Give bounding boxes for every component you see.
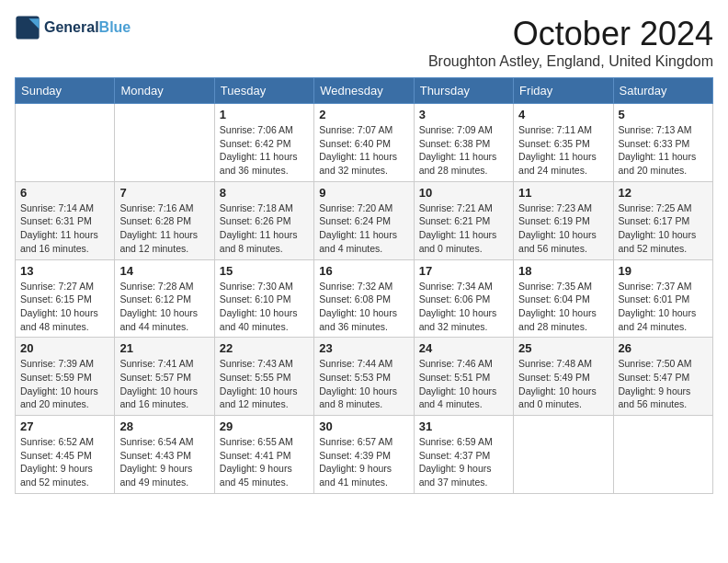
day-info: Sunrise: 7:44 AM Sunset: 5:53 PM Dayligh… (319, 357, 408, 411)
week-row-5: 27Sunrise: 6:52 AM Sunset: 4:45 PM Dayli… (16, 416, 713, 494)
day-info: Sunrise: 7:20 AM Sunset: 6:24 PM Dayligh… (319, 201, 408, 256)
day-number: 4 (518, 108, 608, 121)
cell-w3-d5: 17Sunrise: 7:34 AM Sunset: 6:06 PM Dayli… (414, 259, 513, 338)
calendar-table: SundayMondayTuesdayWednesdayThursdayFrid… (15, 77, 713, 494)
cell-w1-d6: 4Sunrise: 7:11 AM Sunset: 6:35 PM Daylig… (514, 104, 613, 182)
day-info: Sunrise: 7:11 AM Sunset: 6:35 PM Dayligh… (518, 123, 608, 178)
cell-w1-d3: 1Sunrise: 7:06 AM Sunset: 6:42 PM Daylig… (214, 104, 313, 182)
header-row: SundayMondayTuesdayWednesdayThursdayFrid… (16, 78, 713, 104)
day-number: 15 (220, 264, 309, 278)
day-info: Sunrise: 7:21 AM Sunset: 6:21 PM Dayligh… (419, 201, 508, 256)
cell-w4-d6: 25Sunrise: 7:48 AM Sunset: 5:49 PM Dayli… (514, 338, 613, 416)
day-info: Sunrise: 7:18 AM Sunset: 6:26 PM Dayligh… (220, 201, 309, 256)
day-number: 12 (619, 186, 708, 200)
location: Broughton Astley, England, United Kingdo… (428, 53, 713, 70)
logo-text: GeneralBlue (44, 19, 131, 36)
cell-w5-d5: 31Sunrise: 6:59 AM Sunset: 4:37 PM Dayli… (414, 416, 513, 494)
cell-w5-d2: 28Sunrise: 6:54 AM Sunset: 4:43 PM Dayli… (115, 416, 214, 494)
cell-w5-d6 (514, 416, 613, 494)
cell-w4-d2: 21Sunrise: 7:41 AM Sunset: 5:57 PM Dayli… (115, 338, 214, 416)
day-info: Sunrise: 6:55 AM Sunset: 4:41 PM Dayligh… (220, 435, 309, 489)
week-row-3: 13Sunrise: 7:27 AM Sunset: 6:15 PM Dayli… (16, 259, 713, 338)
cell-w2-d4: 9Sunrise: 7:20 AM Sunset: 6:24 PM Daylig… (314, 181, 414, 259)
day-number: 25 (518, 341, 608, 355)
header-wednesday: Wednesday (314, 78, 414, 104)
day-number: 31 (419, 419, 508, 433)
day-info: Sunrise: 7:39 AM Sunset: 5:59 PM Dayligh… (20, 357, 109, 411)
day-info: Sunrise: 7:16 AM Sunset: 6:28 PM Dayligh… (119, 201, 209, 256)
header-friday: Friday (514, 78, 613, 104)
day-number: 5 (619, 108, 708, 121)
day-info: Sunrise: 7:34 AM Sunset: 6:06 PM Dayligh… (419, 280, 508, 334)
day-info: Sunrise: 6:57 AM Sunset: 4:39 PM Dayligh… (319, 435, 408, 489)
day-number: 13 (20, 264, 109, 278)
day-number: 24 (419, 341, 508, 355)
cell-w2-d5: 10Sunrise: 7:21 AM Sunset: 6:21 PM Dayli… (414, 181, 513, 259)
cell-w2-d1: 6Sunrise: 7:14 AM Sunset: 6:31 PM Daylig… (16, 181, 115, 259)
header-thursday: Thursday (414, 78, 513, 104)
cell-w3-d1: 13Sunrise: 7:27 AM Sunset: 6:15 PM Dayli… (16, 259, 115, 338)
header-monday: Monday (115, 78, 214, 104)
day-number: 14 (119, 264, 209, 278)
cell-w5-d1: 27Sunrise: 6:52 AM Sunset: 4:45 PM Dayli… (16, 416, 115, 494)
day-number: 20 (20, 341, 109, 355)
day-info: Sunrise: 7:41 AM Sunset: 5:57 PM Dayligh… (119, 357, 209, 411)
cell-w5-d4: 30Sunrise: 6:57 AM Sunset: 4:39 PM Dayli… (314, 416, 414, 494)
day-info: Sunrise: 7:09 AM Sunset: 6:38 PM Dayligh… (419, 123, 508, 178)
cell-w1-d7: 5Sunrise: 7:13 AM Sunset: 6:33 PM Daylig… (613, 104, 712, 182)
cell-w3-d3: 15Sunrise: 7:30 AM Sunset: 6:10 PM Dayli… (214, 259, 313, 338)
cell-w2-d2: 7Sunrise: 7:16 AM Sunset: 6:28 PM Daylig… (115, 181, 214, 259)
day-info: Sunrise: 7:13 AM Sunset: 6:33 PM Dayligh… (619, 123, 708, 178)
cell-w4-d3: 22Sunrise: 7:43 AM Sunset: 5:55 PM Dayli… (214, 338, 313, 416)
day-number: 10 (419, 186, 508, 200)
day-number: 28 (119, 419, 209, 433)
day-number: 29 (220, 419, 309, 433)
cell-w1-d2 (115, 104, 214, 182)
day-number: 22 (220, 341, 309, 355)
day-info: Sunrise: 7:43 AM Sunset: 5:55 PM Dayligh… (220, 357, 309, 411)
day-number: 26 (619, 341, 708, 355)
day-info: Sunrise: 7:46 AM Sunset: 5:51 PM Dayligh… (419, 357, 508, 411)
month-title: October 2024 (428, 15, 713, 53)
day-info: Sunrise: 7:50 AM Sunset: 5:47 PM Dayligh… (619, 357, 708, 411)
cell-w3-d2: 14Sunrise: 7:28 AM Sunset: 6:12 PM Dayli… (115, 259, 214, 338)
cell-w5-d7 (613, 416, 712, 494)
cell-w4-d7: 26Sunrise: 7:50 AM Sunset: 5:47 PM Dayli… (613, 338, 712, 416)
week-row-4: 20Sunrise: 7:39 AM Sunset: 5:59 PM Dayli… (16, 338, 713, 416)
day-number: 17 (419, 264, 508, 278)
logo-icon (15, 15, 40, 40)
cell-w2-d7: 12Sunrise: 7:25 AM Sunset: 6:17 PM Dayli… (613, 181, 712, 259)
day-info: Sunrise: 7:14 AM Sunset: 6:31 PM Dayligh… (20, 201, 109, 256)
day-info: Sunrise: 7:07 AM Sunset: 6:40 PM Dayligh… (319, 123, 408, 178)
day-number: 3 (419, 108, 508, 121)
day-info: Sunrise: 7:35 AM Sunset: 6:04 PM Dayligh… (518, 280, 608, 334)
day-info: Sunrise: 7:48 AM Sunset: 5:49 PM Dayligh… (518, 357, 608, 411)
cell-w3-d6: 18Sunrise: 7:35 AM Sunset: 6:04 PM Dayli… (514, 259, 613, 338)
cell-w4-d1: 20Sunrise: 7:39 AM Sunset: 5:59 PM Dayli… (16, 338, 115, 416)
cell-w1-d4: 2Sunrise: 7:07 AM Sunset: 6:40 PM Daylig… (314, 104, 414, 182)
cell-w2-d6: 11Sunrise: 7:23 AM Sunset: 6:19 PM Dayli… (514, 181, 613, 259)
day-info: Sunrise: 7:06 AM Sunset: 6:42 PM Dayligh… (220, 123, 309, 178)
day-number: 23 (319, 341, 408, 355)
day-number: 8 (220, 186, 309, 200)
day-info: Sunrise: 7:30 AM Sunset: 6:10 PM Dayligh… (220, 280, 309, 334)
day-number: 1 (220, 108, 309, 121)
week-row-2: 6Sunrise: 7:14 AM Sunset: 6:31 PM Daylig… (16, 181, 713, 259)
day-number: 21 (119, 341, 209, 355)
header-saturday: Saturday (613, 78, 712, 104)
day-info: Sunrise: 6:52 AM Sunset: 4:45 PM Dayligh… (20, 435, 109, 489)
cell-w3-d4: 16Sunrise: 7:32 AM Sunset: 6:08 PM Dayli… (314, 259, 414, 338)
day-number: 19 (619, 264, 708, 278)
cell-w5-d3: 29Sunrise: 6:55 AM Sunset: 4:41 PM Dayli… (214, 416, 313, 494)
week-row-1: 1Sunrise: 7:06 AM Sunset: 6:42 PM Daylig… (16, 104, 713, 182)
day-info: Sunrise: 7:28 AM Sunset: 6:12 PM Dayligh… (119, 280, 209, 334)
cell-w4-d4: 23Sunrise: 7:44 AM Sunset: 5:53 PM Dayli… (314, 338, 414, 416)
cell-w4-d5: 24Sunrise: 7:46 AM Sunset: 5:51 PM Dayli… (414, 338, 513, 416)
cell-w1-d5: 3Sunrise: 7:09 AM Sunset: 6:38 PM Daylig… (414, 104, 513, 182)
day-number: 6 (20, 186, 109, 200)
day-info: Sunrise: 7:32 AM Sunset: 6:08 PM Dayligh… (319, 280, 408, 334)
day-number: 27 (20, 419, 109, 433)
header-tuesday: Tuesday (214, 78, 313, 104)
day-number: 30 (319, 419, 408, 433)
day-info: Sunrise: 6:59 AM Sunset: 4:37 PM Dayligh… (419, 435, 508, 489)
